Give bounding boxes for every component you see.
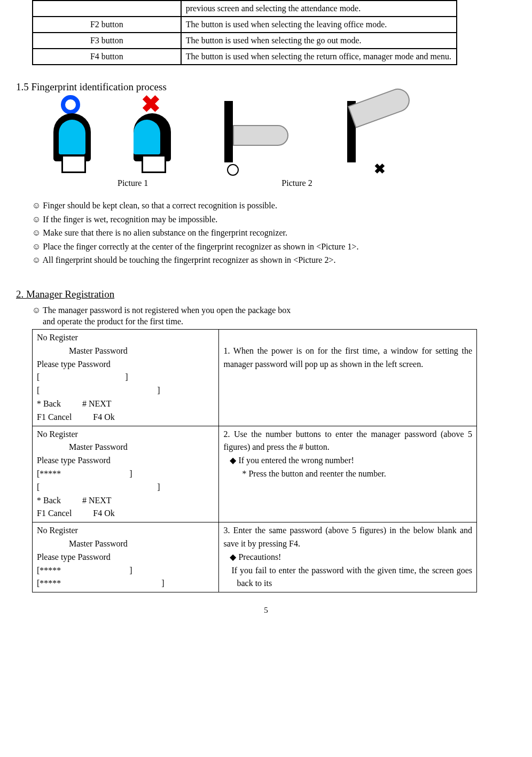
- picture-2-label: Picture 2: [281, 178, 312, 188]
- screen-line: F1 Cancel F4 Ok: [37, 507, 214, 520]
- button-desc-0: previous screen and selecting the attend…: [181, 1, 457, 17]
- pictures-row: ✖ ✖: [48, 98, 516, 173]
- picture-1-label: Picture 1: [118, 178, 148, 188]
- step-desc-text: 1. When the power is on for the first ti…: [223, 345, 472, 371]
- step-desc-text: 2. Use the number buttons to enter the m…: [223, 428, 472, 455]
- button-name-1: F2 button: [33, 17, 181, 33]
- screen-line: [***** ]: [37, 467, 214, 481]
- side-scanner-good-icon: [208, 98, 299, 173]
- screen-line: No Register: [37, 331, 214, 345]
- bullets-list: ☺ Finger should be kept clean, so that a…: [32, 199, 516, 267]
- steps-table: No Register Master Password Please type …: [32, 329, 477, 592]
- screen-line: * Back # NEXT: [37, 397, 214, 411]
- step-3-desc: 3. Enter the same password (above 5 figu…: [219, 522, 477, 592]
- screen-line: [ ]: [37, 384, 214, 397]
- screen-line: [ ]: [37, 371, 214, 384]
- step-1-desc: 1. When the power is on for the first ti…: [219, 329, 477, 426]
- button-name-3: F4 button: [33, 49, 181, 65]
- screen-line: [***** ]: [37, 564, 214, 577]
- step-desc-sub: ◆ Precautions!: [223, 551, 472, 564]
- screen-line: Master Password: [37, 537, 214, 551]
- page-number: 5: [16, 606, 516, 615]
- screen-line: Master Password: [37, 441, 214, 454]
- screen-line: No Register: [37, 524, 214, 537]
- side-scanner-bad-icon: ✖: [331, 98, 422, 173]
- section-1-5-heading: 1.5 Fingerprint identification process: [16, 81, 516, 93]
- button-desc-3: The button is used when selecting the re…: [181, 49, 457, 65]
- screen-line: F1 Cancel F4 Ok: [37, 411, 214, 424]
- screen-line: Please type Password: [37, 551, 214, 564]
- screen-line: * Back # NEXT: [37, 494, 214, 508]
- buttons-table: previous screen and selecting the attend…: [32, 0, 457, 65]
- screen-line: Please type Password: [37, 358, 214, 371]
- step-1-screen: No Register Master Password Please type …: [33, 329, 219, 426]
- step-desc-sub2: If you fail to enter the password with t…: [223, 564, 472, 591]
- screen-line: [***** ]: [37, 577, 214, 590]
- step-3-screen: No Register Master Password Please type …: [33, 522, 219, 592]
- step-desc-sub: ◆ If you entered the wrong number!: [223, 454, 472, 467]
- button-name-2: F3 button: [33, 33, 181, 49]
- bullet-0: ☺ Finger should be kept clean, so that a…: [32, 199, 516, 213]
- button-name-0: [33, 1, 181, 17]
- scanner-correct-icon: [48, 98, 96, 173]
- screen-line: Master Password: [37, 345, 214, 358]
- step-2-screen: No Register Master Password Please type …: [33, 426, 219, 522]
- step-2-desc: 2. Use the number buttons to enter the m…: [219, 426, 477, 522]
- screen-line: No Register: [37, 428, 214, 441]
- button-desc-2: The button is used when selecting the go…: [181, 33, 457, 49]
- bullet-1: ☺ If the finger is wet, recognition may …: [32, 213, 516, 227]
- button-desc-1: The button is used when selecting the le…: [181, 17, 457, 33]
- screen-line: [ ]: [37, 481, 214, 494]
- step-desc-sub2: * Press the button and reenter the numbe…: [223, 467, 472, 481]
- section-2-heading: 2. Manager Registration: [16, 288, 516, 300]
- step-desc-text: 3. Enter the same password (above 5 figu…: [223, 524, 472, 551]
- bullet-4: ☺ All fingerprint should be touching the…: [32, 253, 516, 267]
- scanner-wrong-icon: ✖: [128, 98, 176, 173]
- section-2-note-2: and operate the product for the first ti…: [43, 315, 516, 328]
- screen-line: Please type Password: [37, 454, 214, 467]
- section-2-note-1: ☺ The manager password is not registered…: [32, 306, 516, 315]
- bullet-3: ☺ Place the finger correctly at the cent…: [32, 240, 516, 254]
- bullet-2: ☺ Make sure that there is no alien subst…: [32, 226, 516, 240]
- picture-labels: Picture 1 Picture 2: [16, 178, 516, 188]
